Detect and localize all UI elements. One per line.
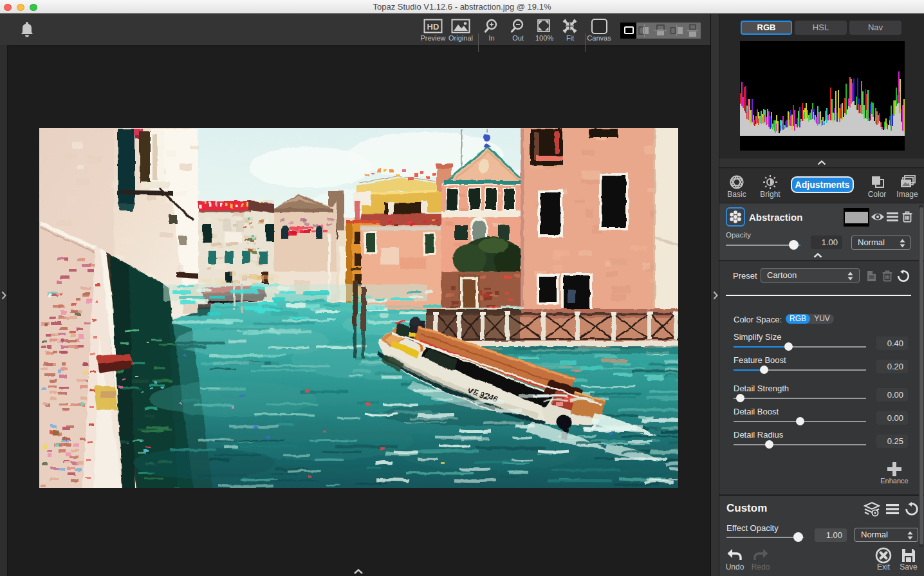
svg-text:HD: HD xyxy=(427,22,439,32)
